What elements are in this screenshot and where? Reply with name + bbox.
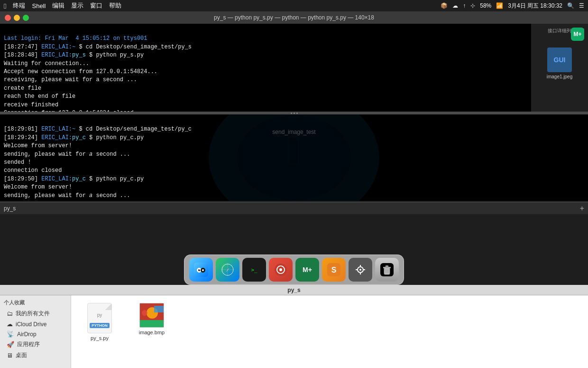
sidebar-item-airdrop-label: AirDrop	[17, 331, 37, 338]
terminal-top-output: Last login: Fri Mar 4 15:05:12 on ttys00…	[0, 24, 588, 112]
dock-item-safari[interactable]	[216, 258, 239, 282]
py-s-filename: py_s.py	[91, 335, 109, 341]
sidebar-item-applications[interactable]: 🚀 应用程序	[0, 339, 71, 350]
menu-extra-dropbox: 📦	[441, 2, 448, 9]
splitter-dot-2	[294, 113, 295, 114]
sidebar-item-desktop[interactable]: 🖥 桌面	[0, 350, 71, 361]
py-s-icon: py PYTHON	[87, 303, 112, 333]
menu-edit[interactable]: 编辑	[52, 1, 64, 10]
finder-sidebar-section-label: 个人收藏	[0, 299, 71, 308]
wifi-icon: 📶	[496, 2, 503, 9]
mp-dock-label: M+	[303, 266, 312, 274]
menu-terminal[interactable]: 终端	[13, 1, 25, 10]
minimize-button[interactable]	[14, 15, 20, 21]
search-icon[interactable]: 🔍	[567, 2, 574, 9]
dock-item-finder[interactable]	[189, 258, 213, 282]
terminal-bottom-output: [18:29:01] ERIC_LAI:~ $ cd Desktop/send_…	[0, 114, 588, 201]
side-panel-image-name: image1.jpeg	[547, 74, 572, 79]
finder-main: py PYTHON py_s.py	[71, 295, 588, 368]
finder-body: 个人收藏 🗂 我的所有文件 ☁ iCloud Drive 📡 AirDrop 🚀…	[0, 295, 588, 368]
airdrop-icon: 📡	[7, 330, 14, 338]
applications-icon: 🚀	[7, 341, 14, 348]
dock-item-sublime[interactable]: S	[322, 258, 346, 282]
svg-rect-7	[140, 320, 164, 328]
svg-rect-36	[384, 268, 390, 274]
finder-sidebar: 个人收藏 🗂 我的所有文件 ☁ iCloud Drive 📡 AirDrop 🚀…	[0, 295, 71, 368]
terminal-titlebar: py_s — python py_s.py — python — python …	[0, 11, 588, 24]
desktop-icon-item: 🖥	[7, 352, 13, 359]
traffic-lights	[5, 15, 29, 21]
terminal-area: Last login: Fri Mar 4 15:05:12 on ttys00…	[0, 24, 588, 202]
dock-item-mp[interactable]: M+	[295, 258, 319, 282]
svg-point-16	[203, 269, 204, 270]
finder-file-py-s[interactable]: py PYTHON py_s.py	[81, 303, 119, 341]
svg-point-8	[142, 310, 147, 316]
menu-window[interactable]: 窗口	[90, 1, 102, 10]
terminal-pane-bottom[interactable]:  send_image_test [18:29:01] ERIC_LAI:~ …	[0, 114, 588, 201]
menu-shell[interactable]: Shell	[32, 2, 46, 9]
menu-extra-cloud: ☁	[452, 2, 458, 9]
datetime-display: 3月4日 周五 18:30:32	[508, 2, 562, 10]
side-panel: M+ 接口详细列表.md GUI image1.jpeg	[531, 24, 588, 112]
sidebar-item-all-files-label: 我的所有文件	[16, 310, 50, 318]
finder-title: py_s	[287, 287, 300, 293]
sidebar-item-icloud-label: iCloud Drive	[16, 321, 46, 328]
dock-item-terminal[interactable]: >_	[242, 258, 266, 282]
py-s-tabbar: py_s +	[0, 202, 588, 214]
splitter-dots	[291, 113, 298, 114]
sidebar-item-all-files[interactable]: 🗂 我的所有文件	[0, 308, 71, 319]
new-tab-button[interactable]: +	[580, 204, 584, 213]
dock-item-netease[interactable]	[269, 258, 293, 282]
terminal-title: py_s — python py_s.py — python — python …	[214, 14, 374, 21]
menu-extra-list[interactable]: ☰	[579, 2, 584, 9]
svg-point-15	[199, 269, 200, 270]
menubar-right: 📦 ☁ ↑ ⊹ 58% 📶 3月4日 周五 18:30:32 🔍 ☰	[441, 2, 584, 10]
sidebar-item-applications-label: 应用程序	[17, 340, 40, 349]
python-badge: PYTHON	[90, 323, 109, 328]
close-button[interactable]	[5, 15, 11, 21]
all-files-icon: 🗂	[7, 310, 13, 317]
menu-display[interactable]: 显示	[71, 1, 83, 10]
splitter-dot-3	[296, 113, 298, 114]
maximize-button[interactable]	[23, 15, 29, 21]
svg-point-30	[359, 269, 361, 271]
menubar-left:  终端 Shell 编辑 显示 窗口 帮助	[4, 1, 121, 10]
image-bmp-icon	[139, 303, 164, 328]
terminal-pane-top[interactable]: Last login: Fri Mar 4 15:05:12 on ttys00…	[0, 24, 588, 112]
image-bmp-filename: image.bmp	[139, 330, 165, 335]
svg-point-25	[279, 268, 282, 271]
sidebar-item-icloud[interactable]: ☁ iCloud Drive	[0, 319, 71, 329]
py-s-tab-label[interactable]: py_s	[4, 205, 16, 212]
menu-extra-upload: ↑	[463, 2, 466, 9]
apple-menu[interactable]: 	[4, 2, 6, 10]
image-bmp-preview	[140, 303, 164, 328]
sidebar-item-airdrop[interactable]: 📡 AirDrop	[0, 329, 71, 339]
dock-item-config[interactable]	[349, 258, 372, 282]
svg-rect-9	[154, 306, 164, 312]
svg-text:py: py	[97, 312, 102, 318]
sidebar-item-desktop-label: 桌面	[16, 351, 27, 359]
finder-file-image-bmp[interactable]: image.bmp	[133, 303, 171, 335]
finder-window: py_s 个人收藏 🗂 我的所有文件 ☁ iCloud Drive 📡 AirD…	[0, 285, 588, 368]
menu-help[interactable]: 帮助	[109, 1, 121, 10]
finder-titlebar: py_s	[0, 285, 588, 295]
corner-fold	[105, 303, 111, 310]
menubar:  终端 Shell 编辑 显示 窗口 帮助 📦 ☁ ↑ ⊹ 58% 📶 3月4…	[0, 0, 588, 11]
side-panel-image-icon: GUI	[547, 47, 572, 72]
icloud-icon: ☁	[7, 321, 13, 328]
dock-item-trash[interactable]	[375, 258, 399, 282]
mp-badge: M+	[571, 28, 584, 41]
terminal-dock-icon: >_	[250, 266, 258, 274]
svg-text:S: S	[331, 266, 337, 274]
svg-rect-38	[386, 265, 388, 267]
dock: >_ M+ S	[184, 255, 404, 285]
menu-extra-bluetooth: ⊹	[470, 2, 475, 9]
battery-indicator: 58%	[480, 2, 491, 9]
splitter-dot-1	[291, 113, 292, 114]
